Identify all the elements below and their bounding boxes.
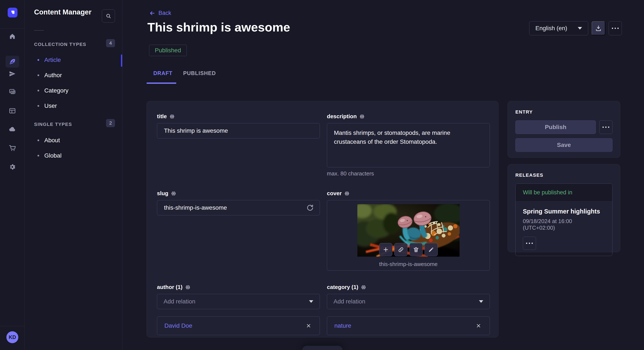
description-textarea[interactable]: Mantis shrimps, or stomatopods, are mari…	[327, 123, 490, 167]
cover-caption: this-shrimp-is-awesome	[379, 261, 438, 268]
author-relation-item: David Doe	[157, 316, 320, 335]
status-badge: Published	[149, 45, 187, 56]
globe-icon	[359, 114, 365, 119]
sidebar-item-author[interactable]: Author	[38, 72, 62, 79]
description-field: description Mantis shrimps, or stomatopo…	[327, 113, 490, 177]
chevron-down-icon	[479, 300, 483, 303]
delete-asset-button[interactable]	[409, 243, 422, 256]
ellipsis-icon	[602, 127, 609, 128]
chevron-down-icon	[578, 27, 582, 29]
locale-select[interactable]: English (en)	[529, 21, 588, 35]
slug-input[interactable]	[157, 200, 320, 215]
pencil-icon	[428, 246, 434, 253]
title-input[interactable]	[157, 123, 320, 138]
cover-field: cover	[327, 190, 490, 271]
release-card-body: Spring Summer highlights 09/18/2024 at 1…	[516, 201, 612, 256]
copy-link-button[interactable]	[394, 243, 408, 256]
regenerate-slug-button[interactable]	[306, 203, 315, 212]
sidebar-item-about[interactable]: About	[38, 137, 60, 144]
entry-actions-row: Publish	[515, 120, 612, 134]
slug-label: slug	[157, 190, 168, 197]
bullet-icon	[38, 59, 39, 61]
globe-icon	[185, 285, 190, 290]
sidebar-item-label: User	[44, 103, 57, 109]
sidebar-title: Content Manager	[34, 8, 92, 16]
publish-button[interactable]: Publish	[515, 120, 596, 134]
relation-link[interactable]: nature	[334, 322, 351, 329]
strapi-logo[interactable]	[8, 8, 18, 17]
relation-link[interactable]: David Doe	[164, 322, 192, 329]
category-relation-select[interactable]: Add relation	[327, 294, 490, 309]
category-relation-item: nature	[327, 316, 490, 335]
marketplace-cart-icon[interactable]	[9, 144, 16, 152]
ellipsis-icon	[526, 243, 533, 244]
description-label-row: description	[327, 113, 490, 120]
feather-icon[interactable]	[9, 58, 16, 65]
paper-plane-icon[interactable]	[9, 70, 16, 77]
cover-label-row: cover	[327, 190, 490, 197]
avatar-initials: KD	[9, 334, 16, 340]
search-icon	[106, 13, 112, 19]
sidebar-divider	[34, 30, 44, 31]
sidebar-item-article[interactable]: Article	[38, 57, 61, 63]
tab-draft[interactable]: DRAFT	[153, 70, 172, 76]
cover-image	[357, 204, 460, 257]
sidebar-item-label: Category	[44, 87, 68, 94]
category-label: category (1)	[327, 284, 358, 291]
entry-more-button[interactable]	[599, 120, 612, 134]
entry-panel-heading: ENTRY	[515, 109, 612, 115]
cover-media-box: this-shrimp-is-awesome	[327, 200, 490, 271]
settings-gear-icon[interactable]	[9, 163, 16, 171]
main-content: Back This shrimp is awesome Published En…	[122, 0, 644, 350]
rail-divider-top	[0, 28, 25, 28]
header-more-button[interactable]	[609, 21, 622, 35]
globe-icon	[169, 114, 175, 119]
cover-label: cover	[327, 190, 342, 197]
home-icon[interactable]	[9, 32, 16, 40]
sidebar-item-user[interactable]: User	[38, 103, 57, 109]
releases-panel: RELEASES Will be published in Spring Sum…	[508, 164, 620, 252]
cover-toolbar	[379, 243, 438, 256]
back-link[interactable]: Back	[149, 10, 171, 16]
download-icon	[595, 25, 602, 31]
save-button[interactable]: Save	[515, 138, 612, 152]
title-label-row: title	[157, 113, 320, 120]
globe-icon	[361, 285, 366, 290]
release-more-button[interactable]	[523, 237, 536, 250]
strapi-logo-icon	[10, 10, 15, 15]
collection-types-count-badge: 4	[106, 39, 115, 47]
user-avatar[interactable]: KD	[6, 331, 18, 343]
plus-icon	[382, 246, 389, 253]
category-label-row: category (1)	[327, 284, 490, 291]
slug-field: slug	[157, 190, 320, 271]
back-label: Back	[158, 10, 171, 16]
edit-asset-button[interactable]	[424, 243, 438, 256]
sidebar-item-global[interactable]: Global	[38, 152, 62, 159]
sidebar-item-category[interactable]: Category	[38, 87, 68, 94]
description-label: description	[327, 113, 357, 120]
tab-published[interactable]: PUBLISHED	[183, 70, 216, 76]
add-asset-button[interactable]	[379, 243, 392, 256]
search-button[interactable]	[102, 9, 115, 22]
download-button[interactable]	[592, 21, 605, 35]
title-label: title	[157, 113, 167, 120]
sidebar-item-label: Article	[44, 57, 61, 63]
trash-icon	[413, 246, 419, 253]
author-field: author (1) Add relation David Doe	[157, 284, 320, 335]
remove-relation-button[interactable]	[305, 322, 312, 330]
remove-relation-button[interactable]	[475, 322, 482, 330]
release-status: Will be published in	[516, 184, 612, 201]
media-library-icon[interactable]	[9, 88, 16, 95]
link-icon	[398, 246, 404, 253]
refresh-icon	[306, 204, 314, 211]
title-field: title	[157, 113, 320, 177]
cloud-icon[interactable]	[9, 126, 16, 133]
slug-label-row: slug	[157, 190, 320, 197]
close-icon	[476, 323, 481, 329]
header-actions: English (en)	[529, 21, 622, 35]
content-type-builder-icon[interactable]	[9, 107, 16, 114]
author-relation-select[interactable]: Add relation	[157, 294, 320, 309]
single-types-count-badge: 2	[106, 119, 115, 127]
icon-rail: KD	[0, 0, 25, 350]
author-label-row: author (1)	[157, 284, 320, 291]
